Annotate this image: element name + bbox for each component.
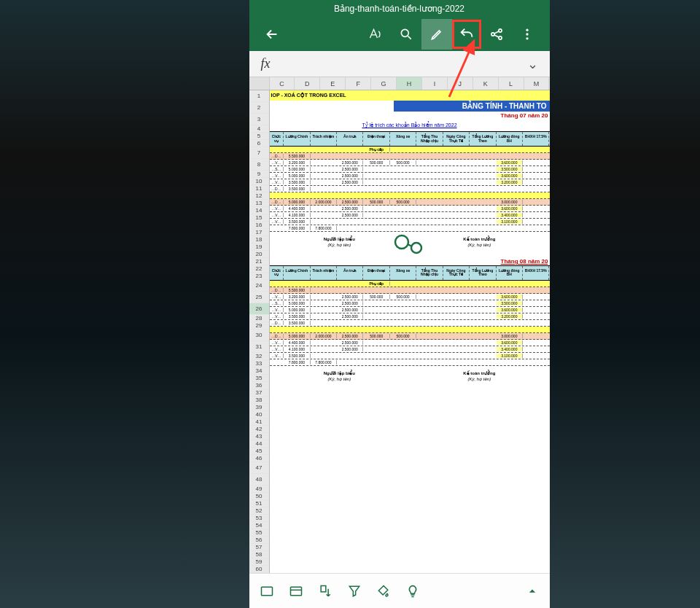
more-menu-icon[interactable] bbox=[512, 19, 542, 50]
undo-button[interactable] bbox=[452, 20, 481, 49]
col-header[interactable]: C bbox=[270, 77, 295, 90]
table-row: …V…5.000.0002.500.0003.600.000 bbox=[270, 307, 550, 313]
document-title: Bảng-thanh-toán-tiền-lương-2022 bbox=[334, 4, 464, 14]
info-banner: IOP - XOÁ CỘT TRONG EXCEL bbox=[270, 90, 550, 101]
svg-point-6 bbox=[526, 37, 528, 39]
svg-point-7 bbox=[395, 235, 408, 249]
expand-up-icon[interactable] bbox=[519, 578, 545, 604]
signature-row-2: Người lập biểu (Ký, họ tên) Kế toán trưở… bbox=[270, 366, 550, 391]
signature-row: Người lập biểu (Ký, họ tên) Kế toán trưở… bbox=[270, 232, 550, 257]
search-icon[interactable] bbox=[391, 19, 421, 50]
col-header[interactable]: F bbox=[346, 77, 371, 90]
fill-color-icon[interactable] bbox=[370, 578, 397, 604]
month-label: Tháng 07 năm 20 bbox=[270, 112, 550, 120]
table-row: …V…5.000.0002.500.0003.600.000 bbox=[270, 173, 550, 179]
linked-circles-icon bbox=[392, 233, 428, 255]
sheet-tabs-icon[interactable] bbox=[254, 578, 280, 604]
svg-rect-10 bbox=[261, 587, 272, 596]
table-row: …S…5.000.0002.500.0003.500.000 bbox=[270, 166, 550, 173]
row-header-selected: 26 bbox=[249, 303, 269, 315]
col-header[interactable]: L bbox=[499, 77, 524, 90]
col-header[interactable]: G bbox=[371, 77, 397, 90]
table-header: Chức vụ Lương Chính Trách nhiệm Ăn trưa … bbox=[270, 131, 550, 147]
app-window: Bảng-thanh-toán-tiền-lương-2022 bbox=[249, 0, 550, 608]
card-view-icon[interactable] bbox=[283, 578, 309, 604]
month-label-2: Tháng 08 năm 20 bbox=[270, 257, 550, 265]
table-row bbox=[270, 327, 550, 333]
table-row: …V…3.500.0003.100.000 bbox=[270, 219, 550, 225]
insurance-link-row: Tỷ lệ trích các khoản Bảo hiểm năm 2022 bbox=[270, 120, 550, 131]
salary-table-2: Phụ cấp…D…5.500.000…V…3.200.0002.500.000… bbox=[270, 281, 550, 366]
table-row: …D…5.500.000 bbox=[270, 287, 550, 294]
col-header[interactable]: E bbox=[320, 77, 346, 90]
sort-icon[interactable] bbox=[312, 578, 338, 604]
table-row: 7.800.0007.800.000 bbox=[270, 225, 550, 232]
svg-point-5 bbox=[526, 33, 528, 35]
table-row: Phụ cấp bbox=[270, 147, 550, 153]
back-button[interactable] bbox=[257, 19, 287, 50]
table-row: …D…3.500.000 bbox=[270, 186, 550, 192]
table-row bbox=[270, 192, 550, 199]
main-title-cell: BẢNG TÍNH - THANH TO bbox=[394, 101, 550, 112]
table-row: …S…5.000.0002.500.0003.500.000 bbox=[270, 300, 550, 307]
table-row: …V…3.500.0002.500.0003.200.000 bbox=[270, 313, 550, 320]
col-header[interactable]: K bbox=[473, 77, 499, 90]
cell-area[interactable]: IOP - XOÁ CỘT TRONG EXCEL BẢNG TÍNH - TH… bbox=[270, 90, 550, 573]
col-header-selected[interactable]: H bbox=[397, 77, 422, 90]
formula-bar[interactable]: fx ⌄ bbox=[249, 51, 550, 77]
table-row: …D…5.000.0002.000.0002.500.000500.000500… bbox=[270, 199, 550, 206]
table-row: …V…3.500.0003.100.000 bbox=[270, 353, 550, 359]
svg-rect-13 bbox=[321, 585, 326, 591]
lightbulb-icon[interactable] bbox=[400, 578, 426, 604]
spreadsheet-grid[interactable]: 123 456 789 101112 131415 161718 192021 … bbox=[249, 90, 550, 573]
table-row: …V…4.100.0002.500.0003.400.000 bbox=[270, 212, 550, 219]
share-icon[interactable] bbox=[481, 19, 512, 50]
table-row: …V…3.200.0002.500.000500.000500.0003.600… bbox=[270, 160, 550, 166]
fx-label: fx bbox=[261, 56, 271, 71]
column-header-row: C D E F G H I J K L M bbox=[249, 77, 550, 90]
select-all-corner[interactable] bbox=[249, 77, 270, 90]
insurance-link[interactable]: Tỷ lệ trích các khoản Bảo hiểm năm 2022 bbox=[362, 122, 456, 128]
svg-point-4 bbox=[526, 29, 528, 31]
table-header-2: Chức vụ Lương Chính Trách nhiệm Ăn trưa … bbox=[270, 265, 550, 281]
filter-icon[interactable] bbox=[341, 578, 368, 604]
svg-point-0 bbox=[401, 29, 408, 36]
table-row: 7.800.0007.800.000 bbox=[270, 359, 550, 366]
svg-rect-11 bbox=[290, 587, 301, 596]
table-row: …V…4.400.0002.500.0003.600.000 bbox=[270, 206, 550, 212]
app-header: Bảng-thanh-toán-tiền-lương-2022 bbox=[249, 0, 550, 51]
table-row: …D…5.000.0002.000.0002.500.000500.000500… bbox=[270, 333, 550, 340]
row-header-column: 123 456 789 101112 131415 161718 192021 … bbox=[249, 90, 270, 573]
table-row: Phụ cấp bbox=[270, 281, 550, 287]
table-row: …V…4.100.0002.500.0003.400.000 bbox=[270, 346, 550, 353]
edit-mode-button[interactable] bbox=[421, 19, 452, 50]
svg-point-8 bbox=[411, 243, 421, 253]
table-row: …V…4.400.0002.500.0003.600.000 bbox=[270, 340, 550, 346]
table-row: …V…3.500.0002.500.0003.200.000 bbox=[270, 179, 550, 186]
col-header[interactable]: J bbox=[448, 77, 473, 90]
preparer-signature: Người lập biểu (Ký, họ tên) bbox=[324, 236, 355, 249]
col-header[interactable]: D bbox=[295, 77, 320, 90]
col-header[interactable]: I bbox=[422, 77, 448, 90]
salary-table-1: Phụ cấp…D…5.500.000…V…3.200.0002.500.000… bbox=[270, 147, 550, 232]
table-row: …D…3.500.000 bbox=[270, 320, 550, 327]
chevron-down-icon[interactable]: ⌄ bbox=[527, 56, 538, 72]
col-header[interactable]: M bbox=[524, 77, 550, 90]
accountant-signature: Kế toán trưởng (Ký, họ tên) bbox=[463, 236, 495, 249]
read-aloud-icon[interactable] bbox=[360, 19, 391, 50]
svg-line-9 bbox=[408, 244, 412, 246]
bottom-toolbar bbox=[249, 573, 550, 608]
table-row: …D…5.500.000 bbox=[270, 153, 550, 160]
table-row: …V…3.200.0002.500.000500.000500.0003.600… bbox=[270, 294, 550, 300]
